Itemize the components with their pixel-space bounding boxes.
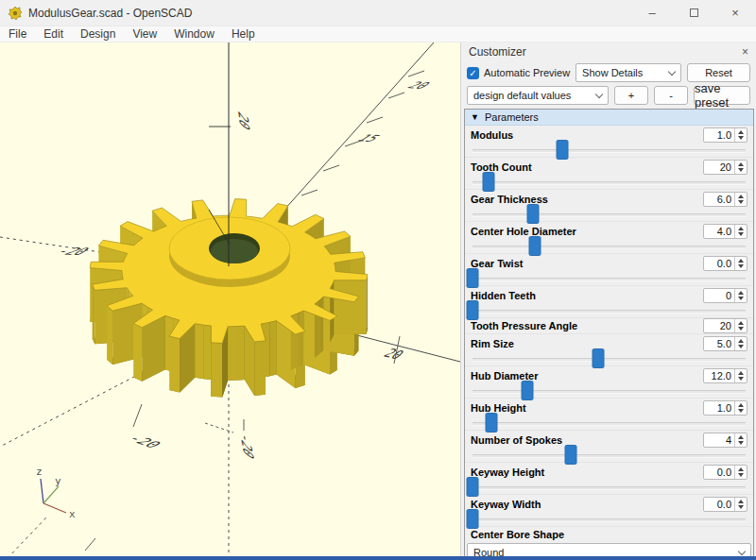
parameter-spinbox[interactable]: 1.0 — [703, 400, 747, 416]
spin-up-icon[interactable] — [738, 435, 744, 439]
menu-design[interactable]: Design — [72, 27, 124, 41]
slider-track[interactable] — [472, 454, 746, 458]
spin-up-icon[interactable] — [738, 291, 744, 295]
parameter-spinbox[interactable]: 0.0 — [703, 256, 747, 271]
spin-up-icon[interactable] — [738, 339, 744, 343]
customizer-close-icon[interactable]: × — [742, 45, 748, 59]
parameter-spinbox[interactable]: 4 — [703, 433, 747, 448]
slider-handle[interactable] — [467, 477, 479, 497]
spinner-arrows-icon[interactable] — [734, 257, 747, 270]
spin-up-icon[interactable] — [738, 259, 744, 263]
detail-level-select[interactable]: Show Details — [576, 63, 681, 82]
parameter-slider[interactable] — [465, 514, 753, 526]
slider-track[interactable] — [472, 278, 746, 281]
spin-down-icon[interactable] — [738, 473, 744, 477]
parameter-spinbox[interactable]: 4.0 — [703, 224, 747, 239]
add-preset-button[interactable]: + — [614, 86, 648, 105]
spin-down-icon[interactable] — [738, 377, 744, 381]
spin-down-icon[interactable] — [738, 136, 744, 140]
reset-button[interactable]: Reset — [687, 63, 750, 82]
parameter-spinbox[interactable]: 0.0 — [703, 465, 747, 480]
slider-track[interactable] — [472, 486, 746, 490]
slider-handle[interactable] — [486, 413, 498, 433]
parameter-slider[interactable] — [465, 305, 753, 317]
slider-track[interactable] — [472, 149, 746, 153]
spin-up-icon[interactable] — [738, 227, 744, 230]
parameter-slider[interactable] — [465, 273, 753, 285]
spinner-arrows-icon[interactable] — [734, 193, 747, 206]
menu-file[interactable]: File — [0, 27, 35, 41]
slider-track[interactable] — [472, 358, 746, 362]
menu-help[interactable]: Help — [223, 27, 264, 41]
maximize-button[interactable] — [673, 0, 714, 25]
parameter-spinbox[interactable]: 5.0 — [703, 336, 747, 351]
spin-down-icon[interactable] — [738, 264, 744, 268]
slider-track[interactable] — [472, 390, 746, 394]
preset-select[interactable]: design default values — [467, 86, 609, 105]
slider-handle[interactable] — [557, 140, 569, 160]
spinner-arrows-icon[interactable] — [734, 225, 747, 238]
spin-down-icon[interactable] — [738, 345, 744, 348]
viewport-canvas[interactable]: 20 15 20 -20 20 -20 -20 z y x — [0, 42, 460, 560]
spin-up-icon[interactable] — [738, 403, 744, 407]
menu-view[interactable]: View — [124, 27, 165, 41]
slider-handle[interactable] — [526, 204, 539, 224]
minimize-button[interactable]: – — [631, 0, 673, 25]
spin-down-icon[interactable] — [738, 297, 744, 300]
spinner-arrows-icon[interactable] — [734, 466, 747, 479]
spin-up-icon[interactable] — [738, 162, 744, 166]
spin-up-icon[interactable] — [738, 195, 744, 198]
spin-down-icon[interactable] — [738, 232, 744, 236]
spinner-arrows-icon[interactable] — [734, 161, 747, 174]
menu-edit[interactable]: Edit — [35, 27, 72, 41]
spinner-arrows-icon[interactable] — [734, 369, 747, 382]
slider-handle[interactable] — [467, 300, 479, 320]
remove-preset-button[interactable]: - — [654, 86, 688, 105]
menu-window[interactable]: Window — [165, 27, 223, 41]
parameter-slider[interactable] — [465, 482, 753, 494]
parameter-slider[interactable] — [465, 209, 753, 221]
parameters-scroll-area[interactable]: ▼ Parameters Modulus 1.0 Tooth Count — [464, 109, 754, 560]
automatic-preview-checkbox[interactable]: ✓ Automatic Preview — [467, 67, 570, 79]
parameters-group-header[interactable]: ▼ Parameters — [465, 110, 753, 126]
parameter-slider[interactable] — [465, 241, 753, 253]
spinner-arrows-icon[interactable] — [734, 401, 747, 415]
slider-track[interactable] — [472, 518, 746, 522]
close-button[interactable]: × — [714, 0, 756, 25]
parameter-spinbox[interactable]: 12.0 — [703, 368, 747, 383]
slider-track[interactable] — [472, 213, 746, 217]
slider-handle[interactable] — [521, 381, 533, 400]
parameter-spinbox[interactable]: 0.0 — [703, 497, 747, 512]
parameter-spinbox[interactable]: 0 — [703, 288, 747, 303]
slider-handle[interactable] — [592, 348, 604, 368]
parameter-slider[interactable] — [465, 417, 753, 430]
spinner-arrows-icon[interactable] — [734, 128, 747, 142]
spinner-arrows-icon[interactable] — [734, 289, 747, 302]
spin-up-icon[interactable] — [738, 130, 744, 134]
parameter-slider[interactable] — [465, 353, 753, 365]
slider-handle[interactable] — [467, 268, 479, 288]
spin-down-icon[interactable] — [738, 505, 744, 509]
save-preset-button[interactable]: save preset — [694, 86, 750, 105]
parameter-slider[interactable] — [465, 385, 753, 398]
spin-down-icon[interactable] — [738, 200, 744, 204]
spin-up-icon[interactable] — [738, 371, 744, 375]
spin-down-icon[interactable] — [738, 409, 744, 413]
slider-track[interactable] — [472, 181, 746, 185]
parameter-spinbox[interactable]: 20 — [703, 160, 747, 175]
parameter-spinbox[interactable]: 20 — [703, 318, 747, 333]
parameter-slider[interactable] — [465, 144, 753, 157]
spin-down-icon[interactable] — [738, 441, 744, 445]
parameter-spinbox[interactable]: 6.0 — [703, 192, 747, 207]
spinner-arrows-icon[interactable] — [734, 498, 747, 511]
spinner-arrows-icon[interactable] — [734, 319, 747, 332]
spin-down-icon[interactable] — [738, 327, 744, 331]
parameter-slider[interactable] — [465, 177, 753, 189]
spinner-arrows-icon[interactable] — [734, 433, 747, 447]
slider-handle[interactable] — [565, 445, 577, 465]
slider-handle[interactable] — [467, 509, 479, 529]
slider-handle[interactable] — [483, 172, 495, 192]
spinner-arrows-icon[interactable] — [734, 337, 747, 350]
spin-up-icon[interactable] — [738, 467, 744, 471]
slider-handle[interactable] — [529, 236, 541, 256]
